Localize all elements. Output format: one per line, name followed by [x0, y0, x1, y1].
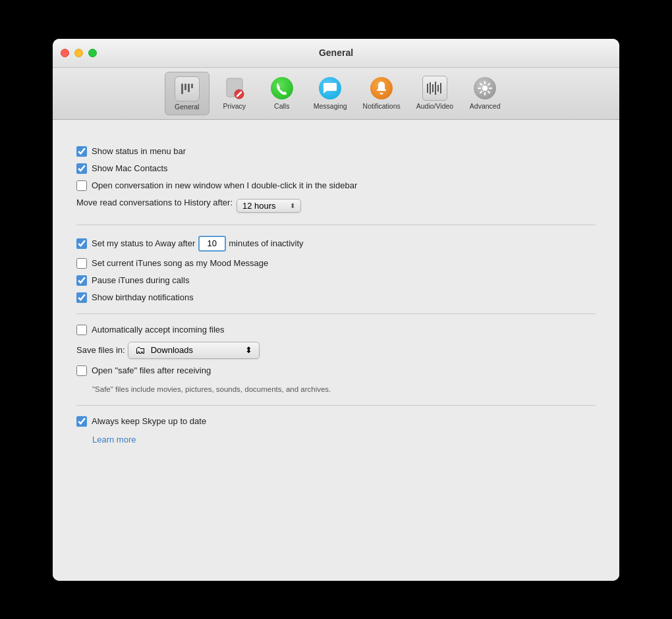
main-window: General General: [53, 39, 619, 581]
safe-note: "Safe" files include movies, pictures, s…: [76, 383, 596, 394]
tab-audiovideo[interactable]: Audio/Video: [410, 72, 460, 115]
row-set-away: Set my status to Away after minutes of i…: [76, 236, 596, 252]
keep-updated-text: Always keep Skype up to date: [92, 416, 206, 426]
svg-rect-8: [430, 82, 431, 94]
window-title: General: [319, 47, 353, 58]
calls-icon: [269, 76, 294, 101]
svg-point-13: [482, 86, 488, 91]
tab-messaging-label: Messaging: [314, 102, 347, 110]
show-contacts-label[interactable]: Show Mac Contacts: [76, 163, 168, 174]
open-safe-label[interactable]: Open "safe" files after receiving: [76, 365, 211, 376]
toolbar: General Privacy: [53, 68, 619, 120]
show-status-label[interactable]: Show status in menu bar: [76, 146, 186, 157]
svg-rect-7: [427, 84, 428, 93]
show-status-text: Show status in menu bar: [92, 146, 186, 156]
save-files-value: Downloads: [151, 345, 193, 355]
minimize-button[interactable]: [74, 49, 83, 57]
open-conversation-text: Open conversation in new window when I d…: [92, 180, 357, 190]
pause-itunes-checkbox[interactable]: [76, 275, 87, 286]
svg-rect-9: [432, 84, 434, 92]
row-open-safe: Open "safe" files after receiving: [76, 365, 596, 376]
row-move-read: Move read conversations to History after…: [76, 198, 596, 214]
close-button[interactable]: [61, 49, 69, 57]
show-contacts-checkbox[interactable]: [76, 163, 87, 174]
save-files-label: Save files in:: [76, 345, 125, 355]
svg-rect-0: [181, 84, 183, 94]
svg-rect-12: [440, 83, 441, 94]
open-conversation-checkbox[interactable]: [76, 180, 87, 191]
content-area: Show status in menu bar Show Mac Contact…: [53, 120, 619, 581]
section-updates: Always keep Skype up to date Learn more: [76, 406, 596, 456]
pause-itunes-label[interactable]: Pause iTunes during calls: [76, 275, 189, 286]
keep-updated-label[interactable]: Always keep Skype up to date: [76, 416, 206, 427]
tab-privacy[interactable]: Privacy: [212, 72, 257, 115]
show-birthday-label[interactable]: Show birthday notifications: [76, 292, 194, 303]
itunes-mood-text: Set current iTunes song as my Mood Messa…: [92, 258, 268, 268]
svg-rect-3: [191, 84, 193, 88]
section-general: Show status in menu bar Show Mac Contact…: [76, 136, 596, 225]
show-birthday-text: Show birthday notifications: [92, 292, 194, 302]
tab-calls[interactable]: Calls: [260, 72, 304, 115]
audiovideo-icon: [422, 76, 447, 101]
itunes-mood-checkbox[interactable]: [76, 258, 87, 269]
section-status: Set my status to Away after minutes of i…: [76, 225, 596, 314]
itunes-mood-label[interactable]: Set current iTunes song as my Mood Messa…: [76, 258, 268, 269]
show-contacts-text: Show Mac Contacts: [92, 163, 168, 173]
privacy-icon: [222, 76, 247, 101]
tab-notifications[interactable]: Notifications: [356, 72, 407, 115]
set-away-checkbox[interactable]: [76, 238, 87, 249]
notifications-icon: [369, 76, 394, 101]
tab-general-label: General: [175, 103, 199, 111]
svg-rect-11: [437, 85, 439, 92]
tab-messaging[interactable]: Messaging: [307, 72, 354, 115]
set-away-label[interactable]: Set my status to Away after: [76, 238, 195, 249]
titlebar: General: [53, 39, 619, 68]
keep-updated-checkbox[interactable]: [76, 416, 87, 427]
move-read-select[interactable]: 30 minutes 1 hour 6 hours 12 hours 1 day…: [242, 201, 286, 211]
row-open-conversation: Open conversation in new window when I d…: [76, 180, 596, 191]
learn-more-row: Learn more: [76, 433, 596, 445]
tab-advanced[interactable]: Advanced: [462, 72, 507, 115]
svg-rect-1: [184, 84, 186, 90]
open-conversation-label[interactable]: Open conversation in new window when I d…: [76, 180, 357, 191]
tab-notifications-label: Notifications: [363, 102, 401, 110]
auto-accept-label[interactable]: Automatically accept incoming files: [76, 325, 225, 335]
section-files: Automatically accept incoming files Save…: [76, 314, 596, 406]
auto-accept-text: Automatically accept incoming files: [92, 325, 225, 335]
row-itunes-mood: Set current iTunes song as my Mood Messa…: [76, 258, 596, 269]
svg-rect-2: [188, 84, 190, 92]
folder-icon: 🗂: [135, 344, 146, 356]
safe-note-text: "Safe" files include movies, pictures, s…: [92, 385, 331, 393]
row-show-status: Show status in menu bar: [76, 146, 596, 157]
pause-itunes-text: Pause iTunes during calls: [92, 275, 189, 285]
messaging-icon: [318, 76, 343, 101]
folder-dropdown-arrow-icon: ⬍: [245, 345, 252, 355]
open-safe-text: Open "safe" files after receiving: [92, 365, 211, 375]
show-status-checkbox[interactable]: [76, 146, 87, 157]
tab-advanced-label: Advanced: [470, 102, 501, 110]
open-safe-checkbox[interactable]: [76, 365, 87, 376]
row-show-contacts: Show Mac Contacts: [76, 163, 596, 174]
show-birthday-checkbox[interactable]: [76, 292, 87, 303]
svg-rect-10: [435, 82, 436, 95]
tab-audiovideo-label: Audio/Video: [416, 102, 453, 110]
move-read-dropdown[interactable]: 30 minutes 1 hour 6 hours 12 hours 1 day…: [237, 199, 301, 213]
row-keep-updated: Always keep Skype up to date: [76, 416, 596, 427]
maximize-button[interactable]: [88, 49, 97, 57]
learn-more-link[interactable]: Learn more: [92, 435, 136, 444]
tab-privacy-label: Privacy: [223, 102, 246, 110]
set-away-suffix: minutes of inactivity: [229, 238, 303, 248]
set-away-prefix: Set my status to Away after: [92, 238, 195, 248]
row-auto-accept: Automatically accept incoming files: [76, 325, 596, 335]
inactivity-minutes-input[interactable]: [198, 236, 226, 252]
auto-accept-checkbox[interactable]: [76, 325, 87, 335]
advanced-icon: [472, 76, 497, 101]
move-read-text: Move read conversations to History after…: [76, 198, 233, 207]
row-pause-itunes: Pause iTunes during calls: [76, 275, 596, 286]
tab-calls-label: Calls: [274, 102, 289, 110]
dropdown-arrow-icon: ⬍: [290, 202, 295, 209]
general-icon: [175, 76, 200, 101]
row-save-files: Save files in: 🗂 Downloads ⬍: [76, 342, 596, 359]
save-files-dropdown[interactable]: 🗂 Downloads ⬍: [128, 342, 260, 359]
tab-general[interactable]: General: [165, 72, 210, 115]
